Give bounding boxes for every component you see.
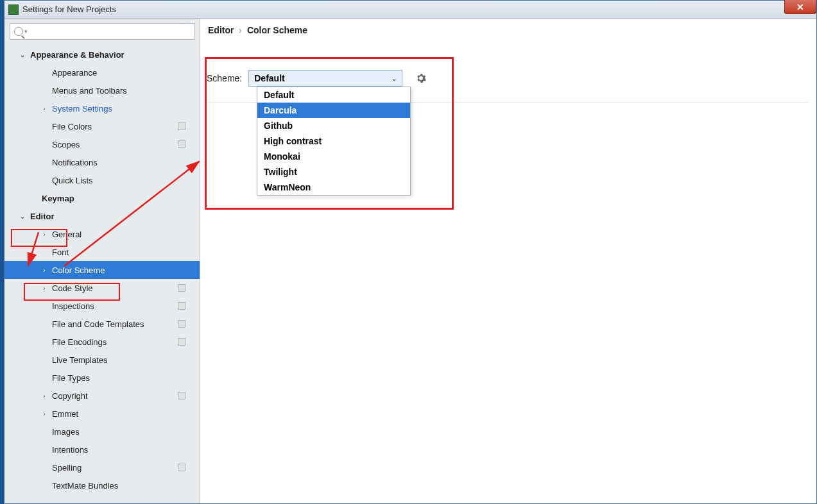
tree-item-label: Images	[52, 427, 80, 437]
scheme-option-darcula[interactable]: Darcula	[257, 103, 410, 118]
project-scope-icon	[178, 464, 185, 471]
tree-item-appearance[interactable]: Appearance	[4, 63, 200, 81]
tree-item-font[interactable]: Font	[4, 243, 200, 261]
scheme-option-high-contrast[interactable]: High contrast	[257, 133, 410, 149]
chevron-right-icon: ›	[40, 410, 48, 417]
tree-item-label: Font	[52, 248, 69, 257]
search-wrap: ▾	[4, 19, 200, 44]
tree-item-label: General	[52, 230, 82, 239]
tree-item-label: Notifications	[52, 158, 98, 167]
scheme-option-default[interactable]: Default	[257, 87, 410, 103]
tree-item-label: Editor	[30, 212, 55, 221]
tree-item-label: Scopes	[52, 140, 80, 149]
tree-item-file-types[interactable]: File Types	[4, 369, 200, 387]
scheme-select[interactable]: Default ⌄	[248, 70, 402, 87]
tree-item-label: Live Templates	[52, 355, 107, 365]
tree-item-general[interactable]: ›General	[4, 225, 200, 243]
tree-item-label: Inspections	[52, 301, 94, 311]
tree-item-textmate-bundles[interactable]: TextMate Bundles	[4, 476, 200, 494]
scheme-option-warmneon[interactable]: WarmNeon	[257, 180, 410, 195]
tree-item-scopes[interactable]: Scopes	[4, 135, 200, 153]
tree-item-color-scheme[interactable]: ›Color Scheme	[4, 261, 200, 279]
scheme-selected-value: Default	[254, 73, 284, 83]
tree-item-label: Quick Lists	[52, 176, 93, 185]
project-scope-icon	[178, 302, 185, 310]
tree-item-menus-and-toolbars[interactable]: Menus and Toolbars	[4, 81, 200, 99]
tree-item-label: Appearance	[52, 68, 97, 78]
tree-item-editor[interactable]: ⌄Editor	[4, 207, 200, 225]
tree-item-notifications[interactable]: Notifications	[4, 153, 200, 171]
close-button[interactable]: ✕	[784, 0, 816, 14]
project-scope-icon	[178, 284, 185, 292]
settings-tree[interactable]: ⌄Appearance & BehaviorAppearanceMenus an…	[4, 44, 200, 503]
tree-item-label: Keymap	[42, 194, 74, 203]
tree-item-label: Emmet	[52, 409, 78, 419]
app-icon	[8, 4, 19, 15]
tree-item-label: Spelling	[52, 463, 82, 473]
tree-item-inspections[interactable]: Inspections	[4, 297, 200, 315]
project-scope-icon	[178, 338, 185, 346]
tree-item-keymap[interactable]: ›Keymap	[4, 189, 200, 207]
scheme-row: Scheme: Default ⌄	[207, 70, 428, 87]
tree-item-copyright[interactable]: ›Copyright	[4, 387, 200, 405]
search-input[interactable]	[31, 27, 190, 37]
tree-item-quick-lists[interactable]: Quick Lists	[4, 171, 200, 189]
scheme-option-monokai[interactable]: Monokai	[257, 149, 410, 164]
tree-item-live-templates[interactable]: Live Templates	[4, 351, 200, 369]
tree-item-label: System Settings	[52, 104, 112, 113]
breadcrumb: Editor › Color Scheme	[200, 19, 816, 44]
scheme-label: Scheme:	[207, 73, 242, 83]
tree-item-label: Copyright	[52, 391, 88, 401]
project-scope-icon	[178, 320, 185, 328]
scheme-option-github[interactable]: Github	[257, 118, 410, 133]
tree-item-system-settings[interactable]: ›System Settings	[4, 99, 200, 117]
tree-item-images[interactable]: Images	[4, 423, 200, 441]
tree-item-label: Appearance & Behavior	[30, 50, 125, 60]
tree-item-appearance-behavior[interactable]: ⌄Appearance & Behavior	[4, 46, 200, 63]
breadcrumb-separator: ›	[239, 25, 242, 35]
tree-item-label: TextMate Bundles	[52, 481, 118, 491]
tree-item-file-and-code-templates[interactable]: File and Code Templates	[4, 315, 200, 333]
tree-item-emmet[interactable]: ›Emmet	[4, 405, 200, 423]
tree-item-intentions[interactable]: Intentions	[4, 441, 200, 458]
window-title: Settings for New Projects	[22, 4, 116, 14]
chevron-down-icon: ⌄	[19, 213, 26, 220]
chevron-right-icon: ›	[40, 392, 48, 399]
gear-icon	[416, 73, 426, 83]
tree-item-label: File Types	[52, 373, 90, 383]
scheme-option-twilight[interactable]: Twilight	[257, 164, 410, 180]
content-area: ▾ ⌄Appearance & BehaviorAppearanceMenus …	[4, 19, 816, 503]
search-icon	[14, 27, 23, 36]
chevron-right-icon: ›	[40, 285, 48, 292]
tree-item-file-colors[interactable]: File Colors	[4, 117, 200, 135]
tree-item-label: Menus and Toolbars	[52, 86, 127, 96]
tree-item-code-style[interactable]: ›Code Style	[4, 279, 200, 297]
tree-item-label: Intentions	[52, 445, 88, 455]
chevron-down-icon: ⌄	[19, 51, 26, 58]
search-box[interactable]: ▾	[10, 23, 194, 40]
project-scope-icon	[178, 140, 185, 148]
tree-item-label: File and Code Templates	[52, 319, 144, 329]
project-scope-icon	[178, 122, 185, 130]
breadcrumb-part2: Color Scheme	[247, 25, 307, 35]
search-dropdown-caret: ▾	[24, 28, 28, 35]
settings-sidebar: ▾ ⌄Appearance & BehaviorAppearanceMenus …	[4, 19, 200, 503]
scheme-settings-button[interactable]	[414, 71, 428, 85]
close-icon: ✕	[796, 2, 804, 12]
chevron-down-icon: ⌄	[391, 75, 397, 82]
tree-item-file-encodings[interactable]: File Encodings	[4, 333, 200, 351]
tree-item-label: Code Style	[52, 283, 93, 293]
breadcrumb-part1: Editor	[208, 25, 234, 35]
chevron-right-icon: ›	[40, 267, 48, 274]
project-scope-icon	[178, 392, 185, 399]
tree-item-label: File Colors	[52, 122, 92, 131]
tree-item-label: Color Scheme	[52, 265, 105, 275]
main-panel: Editor › Color Scheme Scheme: Default ⌄ …	[200, 19, 816, 503]
tree-item-label: File Encodings	[52, 337, 107, 347]
titlebar: Settings for New Projects ✕	[4, 1, 816, 19]
chevron-right-icon: ›	[40, 105, 48, 112]
settings-window: Settings for New Projects ✕ ▾ ⌄Appearanc…	[4, 0, 817, 504]
scheme-dropdown[interactable]: DefaultDarculaGithubHigh contrastMonokai…	[257, 87, 411, 196]
chevron-right-icon: ›	[40, 231, 48, 238]
tree-item-spelling[interactable]: Spelling	[4, 458, 200, 476]
